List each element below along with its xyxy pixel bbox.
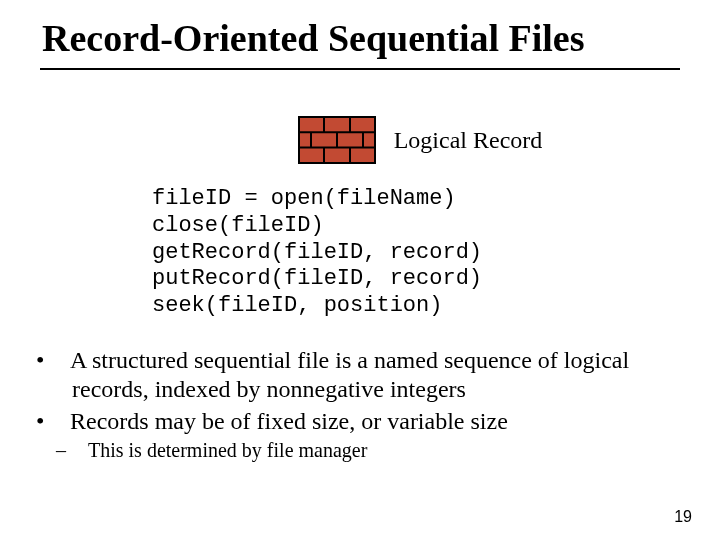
code-line: putRecord(fileID, record) bbox=[152, 266, 482, 291]
logical-record-label: Logical Record bbox=[394, 127, 543, 154]
code-line: seek(fileID, position) bbox=[152, 293, 442, 318]
bullet-text: Records may be of fixed size, or variabl… bbox=[70, 408, 508, 434]
code-block: fileID = open(fileName) close(fileID) ge… bbox=[152, 186, 720, 320]
slide-title: Record-Oriented Sequential Files bbox=[0, 0, 720, 64]
brick-wall-icon bbox=[298, 116, 376, 164]
bullet-list: •A structured sequential file is a named… bbox=[54, 346, 680, 463]
code-line: fileID = open(fileName) bbox=[152, 186, 456, 211]
diagram-row: Logical Record bbox=[0, 116, 720, 164]
code-line: getRecord(fileID, record) bbox=[152, 240, 482, 265]
code-line: close(fileID) bbox=[152, 213, 324, 238]
bullet-text: This is determined by file manager bbox=[88, 439, 367, 461]
title-underline bbox=[40, 68, 680, 70]
bullet-level-1: •A structured sequential file is a named… bbox=[54, 346, 680, 405]
bullet-level-1: •Records may be of fixed size, or variab… bbox=[54, 407, 680, 436]
bullet-level-2: –This is determined by file manager bbox=[54, 438, 680, 463]
bullet-text: A structured sequential file is a named … bbox=[70, 347, 629, 402]
page-number: 19 bbox=[674, 508, 692, 526]
